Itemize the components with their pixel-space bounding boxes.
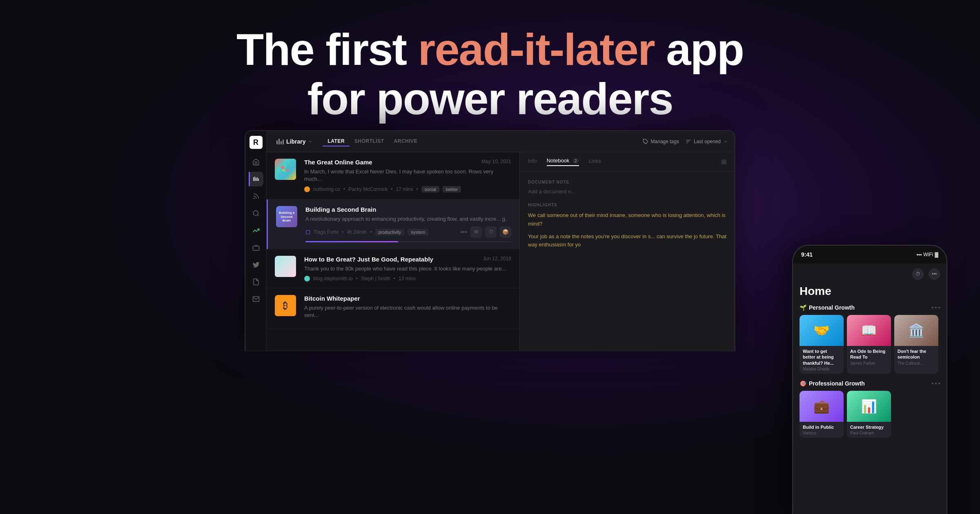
progress-fill <box>305 241 398 242</box>
highlight-text-1: We call someone out of their mind insane… <box>528 211 726 228</box>
card-author-3: The Cultural... <box>898 361 935 366</box>
article-thumbnail: Building a Second Brain <box>276 206 301 230</box>
phone-card-pro-1[interactable]: 💼 Build in Public Various <box>800 391 844 438</box>
svg-point-16 <box>283 169 285 171</box>
card-thumb-1: 🤝 <box>800 315 844 346</box>
tab-info[interactable]: Info <box>528 158 537 166</box>
svg-point-17 <box>286 169 289 172</box>
toolbar: Library LATER SHORTLIST ARCHIVE Manage t… <box>267 131 735 152</box>
article-title: The Great Online Game <box>304 159 477 166</box>
library-button[interactable]: Library <box>273 137 316 146</box>
main-content: Library LATER SHORTLIST ARCHIVE Manage t… <box>267 131 735 351</box>
phone-section-more[interactable] <box>932 307 940 308</box>
phone-card[interactable]: 🏛️ Don't fear the semicolon The Cultural… <box>894 315 938 374</box>
phone-cards-professional: 💼 Build in Public Various 📊 Career Strat… <box>800 391 940 438</box>
thumb-second-brain: Building a Second Brain <box>276 206 297 227</box>
tab-later[interactable]: LATER <box>323 137 350 146</box>
sidebar-item-grow[interactable] <box>249 223 263 238</box>
article-thumbnail <box>275 159 299 183</box>
reading-progress-bar <box>305 241 511 242</box>
manage-tags-button[interactable]: Manage tags <box>643 139 679 144</box>
article-meta: Tiago Forte • 4h 24min • productivity sy… <box>305 226 511 238</box>
article-date: Jun 12, 2019 <box>483 256 511 261</box>
grid-view-icon[interactable]: ⊞ <box>721 158 726 166</box>
detail-panel: Info Notebook 2 Links ⊞ DOCUMENT NOTE Ad… <box>520 152 735 351</box>
tab-links[interactable]: Links <box>589 158 601 166</box>
sidebar-item-box[interactable] <box>249 240 263 255</box>
sort-button[interactable]: Last opened <box>686 139 728 144</box>
sidebar-item-feed[interactable] <box>249 189 263 204</box>
hero-section: The first read-it-later app for power re… <box>0 24 980 123</box>
phone-card-pro-2[interactable]: 📊 Career Strategy Paul Graham <box>847 391 891 438</box>
card-thumb-3: 🏛️ <box>894 315 938 346</box>
phone-status-icons: ▪▪▪ WiFi ▓ <box>916 252 938 257</box>
article-item[interactable]: The Great Online Game May 10, 2021 In Ma… <box>267 152 519 199</box>
phone-card[interactable]: 🤝 Want to get better at being thankful? … <box>800 315 844 374</box>
card-info-pro-2: Career Strategy Paul Graham <box>847 422 891 438</box>
tag-system[interactable]: system <box>408 229 428 235</box>
tab-notebook[interactable]: Notebook 2 <box>547 157 579 166</box>
sidebar-item-twitter[interactable] <box>249 257 263 272</box>
phone-section-professional-growth: 🎯 Professional Growth 💼 Build in Public <box>800 380 940 438</box>
signal-icon: ▪▪▪ <box>916 252 922 257</box>
tag-twitter[interactable]: twitter <box>443 186 461 193</box>
sidebar-item-library[interactable] <box>249 172 263 186</box>
sort-icon <box>686 139 691 144</box>
card-title-3: Don't fear the semicolon <box>898 348 935 360</box>
card-title-1: Want to get better at being thankful? He… <box>803 348 840 366</box>
hero-line1: The first read-it-later app <box>0 24 980 74</box>
svg-point-15 <box>287 166 290 169</box>
sort-chevron-icon <box>723 139 728 144</box>
phone-clock-icon[interactable]: ⏱ <box>912 268 924 280</box>
phone-home-title: Home <box>800 285 940 298</box>
library-icon <box>276 139 284 144</box>
article-meta: blog.stephsmith.io • Steph | Smith • 13 … <box>304 276 511 281</box>
card-info-3: Don't fear the semicolon The Cultural... <box>894 346 938 368</box>
archive-action-icon[interactable]: 📦 <box>500 226 511 238</box>
sidebar-item-mail[interactable] <box>249 292 263 306</box>
thumb-how-great <box>275 256 296 277</box>
article-item[interactable]: How to Be Great? Just Be Good, Repeatabl… <box>267 249 519 288</box>
svg-rect-8 <box>253 246 259 250</box>
share-action-icon[interactable]: ✉ <box>470 226 482 238</box>
card-thumb-pro-2: 📊 <box>847 391 891 422</box>
app-logo[interactable]: R <box>249 136 263 149</box>
sidebar-item-search[interactable] <box>249 206 263 221</box>
tab-archive[interactable]: ARCHIVE <box>389 137 423 146</box>
phone-card[interactable]: 📖 An Ode to Being Read To James Parker <box>847 315 891 374</box>
phone-content: ⏱ ••• Home 🌱 Personal Growth <box>793 264 947 514</box>
article-excerpt: A purely peer-to-peer version of electro… <box>304 304 511 319</box>
card-thumb-2: 📖 <box>847 315 891 346</box>
clock-action-icon[interactable]: ⏱ <box>485 226 497 238</box>
article-item[interactable]: Building a Second Brain Building a Secon… <box>267 199 519 249</box>
growth-emoji: 🌱 <box>800 304 806 311</box>
doc-note-placeholder: Add a document n... <box>528 188 726 195</box>
article-item[interactable]: ₿ Bitcoin Whitepaper A purely peer-to-pe… <box>267 288 519 329</box>
article-list: The Great Online Game May 10, 2021 In Ma… <box>267 152 520 351</box>
phone-more-icon[interactable]: ••• <box>929 268 940 280</box>
article-thumbnail <box>275 256 299 280</box>
card-title-pro-1: Build in Public <box>803 424 840 430</box>
svg-point-5 <box>254 198 254 199</box>
card-author-pro-2: Paul Graham <box>850 431 888 435</box>
content-split: The Great Online Game May 10, 2021 In Ma… <box>267 152 735 351</box>
toolbar-right: Manage tags Last opened <box>643 139 728 144</box>
phone-section-more-2[interactable] <box>932 383 940 384</box>
phone-time: 9:41 <box>801 251 813 258</box>
phone-section-header-2: 🎯 Professional Growth <box>800 380 940 387</box>
card-author-2: James Parker <box>850 361 888 366</box>
tag-social[interactable]: social <box>421 186 439 193</box>
notebook-count-badge: 2 <box>572 158 579 164</box>
highlights-section: HIGHLIGHTS We call someone out of their … <box>528 203 726 249</box>
article-excerpt: In March, I wrote that Excel Never Dies.… <box>304 168 511 183</box>
source-dot <box>304 186 310 192</box>
card-title-pro-2: Career Strategy <box>850 424 888 430</box>
phone-cards: 🤝 Want to get better at being thankful? … <box>800 315 940 374</box>
article-thumbnail: ₿ <box>275 295 299 319</box>
tag-productivity[interactable]: productivity <box>375 229 405 235</box>
sidebar-item-doc[interactable] <box>249 275 263 289</box>
phone-section-title: 🌱 Personal Growth <box>800 304 855 311</box>
sidebar-item-home[interactable] <box>249 155 263 169</box>
article-excerpt: Thank you to the 80k people who have rea… <box>304 265 511 273</box>
tab-shortlist[interactable]: SHORTLIST <box>350 137 389 146</box>
